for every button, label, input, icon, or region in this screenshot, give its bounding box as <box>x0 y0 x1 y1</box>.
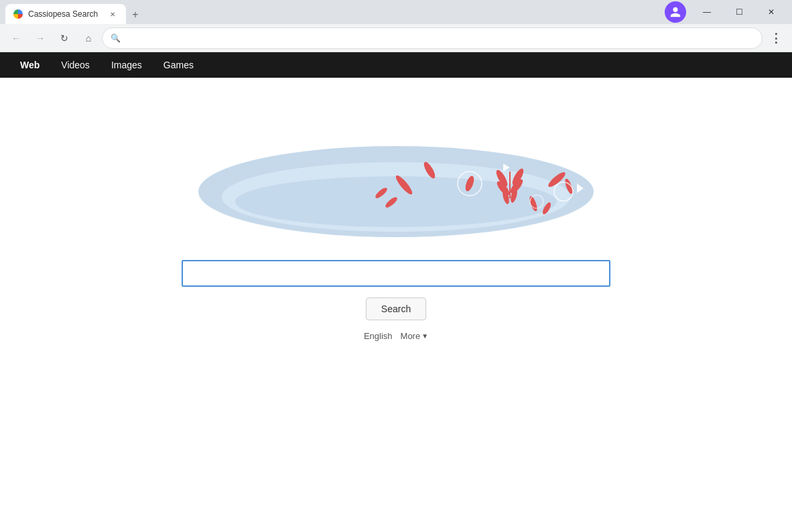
search-input-wrapper[interactable] <box>182 260 610 287</box>
new-tab-button[interactable]: + <box>126 5 145 24</box>
tab-bar: Cassiopesa Search ✕ + <box>5 0 662 24</box>
window-controls: — ☐ ✕ <box>691 1 787 23</box>
language-row: English More ▼ <box>364 331 428 341</box>
browser-titlebar: Cassiopesa Search ✕ + — ☐ ✕ <box>0 0 792 24</box>
logo-svg <box>182 118 610 239</box>
close-button[interactable]: ✕ <box>756 1 787 23</box>
site-navbar: Web Videos Images Games <box>0 52 792 78</box>
search-input[interactable] <box>190 267 602 279</box>
more-arrow-icon: ▼ <box>421 332 428 340</box>
more-dropdown[interactable]: More ▼ <box>401 331 429 341</box>
tab-favicon-icon <box>13 9 23 19</box>
profile-button[interactable] <box>665 1 686 23</box>
search-button[interactable]: Search <box>366 297 426 320</box>
address-input[interactable] <box>125 33 754 43</box>
language-link[interactable]: English <box>364 331 393 341</box>
back-button[interactable]: ← <box>5 27 27 49</box>
address-search-icon: 🔍 <box>111 34 121 43</box>
main-content: Search English More ▼ <box>0 78 792 341</box>
home-button[interactable]: ⌂ <box>78 27 99 49</box>
logo-illustration <box>182 118 610 239</box>
browser-toolbar: ← → ↻ ⌂ 🔍 ⋮ <box>0 24 792 52</box>
maximize-button[interactable]: ☐ <box>724 1 754 23</box>
forward-button[interactable]: → <box>29 27 51 49</box>
tab-title: Cassiopesa Search <box>28 9 98 19</box>
nav-item-images[interactable]: Images <box>102 56 151 74</box>
search-container: Search English More ▼ <box>182 260 610 341</box>
nav-item-web[interactable]: Web <box>11 56 49 74</box>
nav-item-videos[interactable]: Videos <box>52 56 99 74</box>
more-label: More <box>401 331 421 341</box>
address-bar[interactable]: 🔍 <box>102 27 763 49</box>
tab-close-button[interactable]: ✕ <box>107 9 118 19</box>
reload-button[interactable]: ↻ <box>54 27 75 49</box>
minimize-button[interactable]: — <box>691 1 722 23</box>
active-tab[interactable]: Cassiopesa Search ✕ <box>5 4 126 24</box>
nav-item-games[interactable]: Games <box>154 56 203 74</box>
profile-icon <box>669 6 681 18</box>
browser-menu-button[interactable]: ⋮ <box>765 27 787 49</box>
